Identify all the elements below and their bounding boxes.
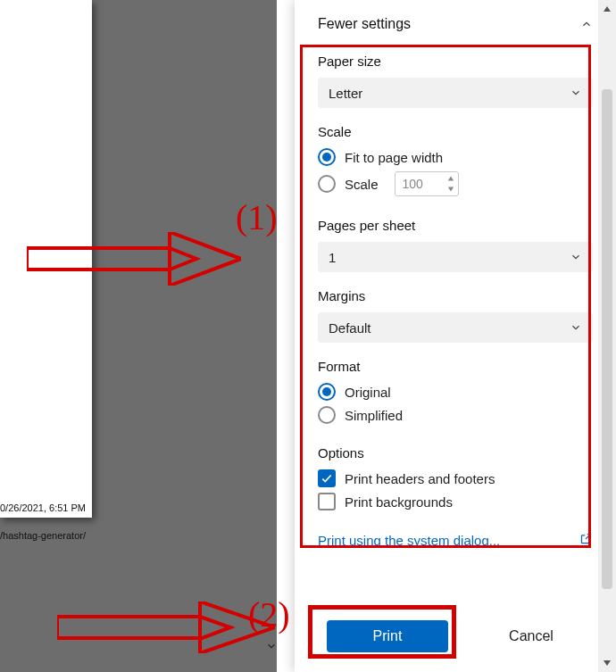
panel-scrollbar[interactable]: [598, 0, 616, 672]
fewer-settings-toggle[interactable]: Fewer settings: [304, 0, 607, 41]
scroll-up-button[interactable]: [598, 0, 616, 18]
margins-label: Margins: [318, 288, 593, 303]
chevron-down-icon: [570, 87, 582, 99]
svg-marker-3: [604, 660, 611, 666]
original-label: Original: [345, 385, 391, 400]
fit-radio[interactable]: [318, 148, 336, 166]
paper-size-label: Paper size: [318, 54, 593, 69]
simplified-label: Simplified: [345, 408, 403, 423]
margins-select[interactable]: Default: [318, 312, 593, 343]
page-preview: 0/26/2021, 6:51 PM: [0, 0, 92, 518]
system-dialog-row: Print using the system dialog...: [304, 519, 607, 548]
print-settings-panel: Fewer settings Paper size Letter Scale F…: [295, 0, 616, 672]
fewer-settings-label: Fewer settings: [318, 16, 411, 32]
chevron-up-icon: [580, 18, 593, 30]
options-label: Options: [318, 445, 593, 460]
spin-up-icon[interactable]: [445, 174, 456, 183]
cancel-button[interactable]: Cancel: [473, 620, 589, 652]
chevron-down-icon: [570, 321, 582, 334]
scale-value: 100: [403, 177, 423, 191]
format-group: Format Original Simplified: [304, 346, 607, 433]
options-group: Options Print headers and footers Print …: [304, 433, 607, 519]
paper-size-value: Letter: [329, 86, 362, 101]
original-radio-row[interactable]: Original: [318, 383, 593, 401]
paper-size-select[interactable]: Letter: [318, 78, 593, 108]
headers-footers-row[interactable]: Print headers and footers: [318, 469, 593, 487]
preview-footer-url: /hashtag-generator/: [0, 530, 86, 541]
svg-marker-1: [447, 187, 453, 192]
backgrounds-label: Print backgrounds: [345, 494, 453, 510]
scale-spinner[interactable]: [445, 174, 456, 194]
scale-label: Scale: [318, 124, 593, 139]
original-radio[interactable]: [318, 383, 336, 401]
simplified-radio[interactable]: [318, 406, 336, 424]
format-label: Format: [318, 359, 593, 374]
pps-label: Pages per sheet: [318, 218, 593, 233]
headers-footers-label: Print headers and footers: [345, 471, 495, 486]
pps-group: Pages per sheet 1: [304, 205, 607, 276]
svg-marker-0: [447, 177, 453, 181]
svg-marker-2: [604, 6, 611, 12]
pps-value: 1: [329, 250, 336, 265]
panel-footer: Print Cancel: [304, 601, 598, 672]
margins-group: Margins Default: [304, 276, 607, 346]
print-preview-area: 0/26/2021, 6:51 PM /hashtag-generator/: [0, 0, 277, 672]
scale-radio-label: Scale: [345, 177, 379, 192]
preview-footer-date: 0/26/2021, 6:51 PM: [0, 502, 89, 513]
next-page-button[interactable]: [262, 636, 281, 656]
open-external-icon[interactable]: [579, 532, 593, 548]
scroll-down-button[interactable]: [598, 654, 616, 672]
margins-value: Default: [329, 320, 371, 336]
paper-size-group: Paper size Letter: [304, 41, 607, 112]
pps-select[interactable]: 1: [318, 242, 593, 272]
system-dialog-link[interactable]: Print using the system dialog...: [318, 533, 500, 548]
fit-radio-row[interactable]: Fit to page width: [318, 148, 593, 166]
scroll-thumb[interactable]: [602, 89, 612, 589]
scale-radio[interactable]: [318, 175, 336, 193]
panel-scroll-area: Fewer settings Paper size Letter Scale F…: [304, 0, 607, 618]
backgrounds-row[interactable]: Print backgrounds: [318, 493, 593, 510]
spin-down-icon[interactable]: [445, 185, 456, 194]
chevron-down-icon: [570, 251, 582, 263]
fit-label: Fit to page width: [345, 150, 443, 165]
scale-input[interactable]: 100: [395, 171, 459, 196]
scale-group: Scale Fit to page width Scale 100: [304, 112, 607, 205]
backgrounds-checkbox[interactable]: [318, 493, 336, 510]
scale-radio-row[interactable]: Scale 100: [318, 171, 593, 196]
print-button[interactable]: Print: [327, 620, 448, 652]
simplified-radio-row[interactable]: Simplified: [318, 406, 593, 424]
headers-footers-checkbox[interactable]: [318, 469, 336, 487]
